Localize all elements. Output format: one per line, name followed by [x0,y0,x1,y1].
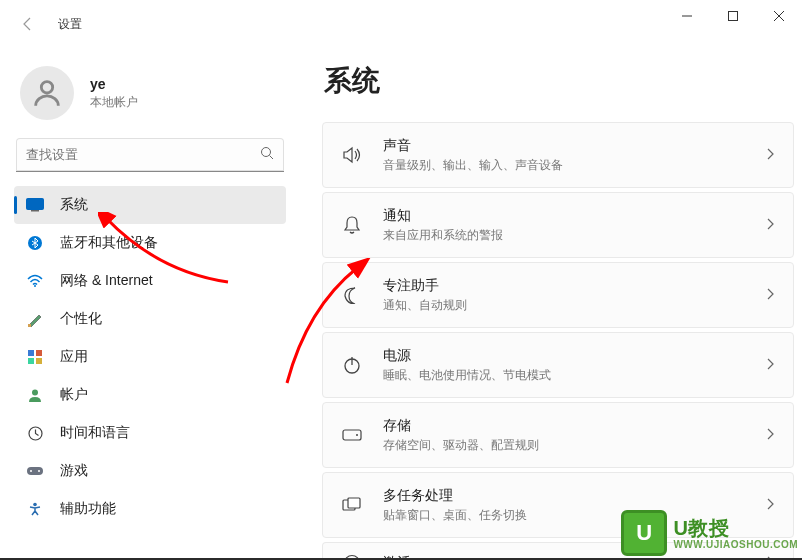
settings-item-focus[interactable]: 专注助手 通知、自动规则 [322,262,794,328]
user-subtitle: 本地帐户 [90,94,138,111]
item-sub: 音量级别、输出、输入、声音设备 [383,157,747,174]
person-icon [26,386,44,404]
svg-line-4 [270,155,274,159]
svg-point-14 [32,390,38,396]
item-title: 电源 [383,347,747,365]
sidebar: ye 本地帐户 系统 蓝牙和其他设备 网络 & Internet [0,48,300,560]
user-name: ye [90,76,138,92]
item-title: 声音 [383,137,747,155]
nav-list: 系统 蓝牙和其他设备 网络 & Internet 个性化 应用 帐户 [14,186,286,528]
nav-label: 应用 [60,348,88,366]
svg-point-8 [34,285,36,287]
sidebar-item-bluetooth[interactable]: 蓝牙和其他设备 [14,224,286,262]
sidebar-item-network[interactable]: 网络 & Internet [14,262,286,300]
sidebar-item-gaming[interactable]: 游戏 [14,452,286,490]
apps-icon [26,348,44,366]
user-section[interactable]: ye 本地帐户 [14,60,286,138]
svg-rect-5 [27,199,44,210]
settings-item-power[interactable]: 电源 睡眠、电池使用情况、节电模式 [322,332,794,398]
settings-item-sound[interactable]: 声音 音量级别、输出、输入、声音设备 [322,122,794,188]
chevron-right-icon [767,146,775,164]
sidebar-item-system[interactable]: 系统 [14,186,286,224]
sound-icon [341,146,363,164]
search-box[interactable] [16,138,284,172]
item-sub: 来自应用和系统的警报 [383,227,747,244]
svg-point-23 [356,434,358,436]
bluetooth-icon [26,234,44,252]
page-title: 系统 [324,62,794,100]
bell-icon [341,215,363,235]
item-title: 多任务处理 [383,487,747,505]
system-icon [26,196,44,214]
svg-rect-1 [729,12,738,21]
watermark: U教授 WWW.UJIAOSHOU.COM [621,510,798,556]
back-button[interactable] [16,12,40,36]
settings-list: 声音 音量级别、输出、输入、声音设备 通知 来自应用和系统的警报 专注助手 [322,122,794,560]
item-sub: 存储空间、驱动器、配置规则 [383,437,747,454]
sidebar-item-accounts[interactable]: 帐户 [14,376,286,414]
avatar [20,66,74,120]
drive-icon [341,429,363,441]
titlebar: 设置 [0,0,802,48]
nav-label: 蓝牙和其他设备 [60,234,158,252]
nav-label: 游戏 [60,462,88,480]
svg-rect-22 [343,430,361,440]
nav-label: 辅助功能 [60,500,116,518]
accessibility-icon [26,500,44,518]
watermark-name: U教授 [673,517,798,539]
main-panel: 系统 声音 音量级别、输出、输入、声音设备 通知 来自应用和系统的警报 [300,48,802,560]
watermark-url: WWW.UJIAOSHOU.COM [673,539,798,550]
svg-rect-9 [28,324,31,327]
nav-label: 网络 & Internet [60,272,153,290]
svg-rect-10 [28,350,34,356]
sidebar-item-time-language[interactable]: 时间和语言 [14,414,286,452]
sidebar-item-personalization[interactable]: 个性化 [14,300,286,338]
sidebar-item-apps[interactable]: 应用 [14,338,286,376]
multitask-icon [341,497,363,513]
svg-point-17 [30,470,32,472]
chevron-right-icon [767,356,775,374]
brush-icon [26,310,44,328]
item-sub: 睡眠、电池使用情况、节电模式 [383,367,747,384]
svg-rect-12 [28,358,34,364]
svg-rect-11 [36,350,42,356]
search-icon [260,146,274,164]
clock-icon [26,424,44,442]
settings-item-notifications[interactable]: 通知 来自应用和系统的警报 [322,192,794,258]
watermark-badge [621,510,667,556]
settings-item-storage[interactable]: 存储 存储空间、驱动器、配置规则 [322,402,794,468]
gamepad-icon [26,462,44,480]
nav-label: 系统 [60,196,88,214]
svg-rect-13 [36,358,42,364]
sidebar-item-accessibility[interactable]: 辅助功能 [14,490,286,528]
svg-point-2 [41,82,52,93]
window-controls [664,0,802,32]
power-icon [341,356,363,374]
wifi-icon [26,272,44,290]
maximize-button[interactable] [710,0,756,32]
chevron-right-icon [767,426,775,444]
moon-icon [341,286,363,304]
search-input[interactable] [26,147,260,162]
nav-label: 个性化 [60,310,102,328]
nav-label: 帐户 [60,386,88,404]
svg-rect-16 [27,467,43,475]
svg-point-19 [33,503,37,507]
svg-rect-6 [31,210,39,212]
close-button[interactable] [756,0,802,32]
item-title: 专注助手 [383,277,747,295]
window-title: 设置 [58,16,82,33]
minimize-button[interactable] [664,0,710,32]
item-title: 存储 [383,417,747,435]
svg-point-3 [262,147,271,156]
nav-label: 时间和语言 [60,424,130,442]
svg-point-18 [38,470,40,472]
item-sub: 通知、自动规则 [383,297,747,314]
chevron-right-icon [767,216,775,234]
svg-rect-25 [348,498,360,508]
item-title: 通知 [383,207,747,225]
chevron-right-icon [767,286,775,304]
